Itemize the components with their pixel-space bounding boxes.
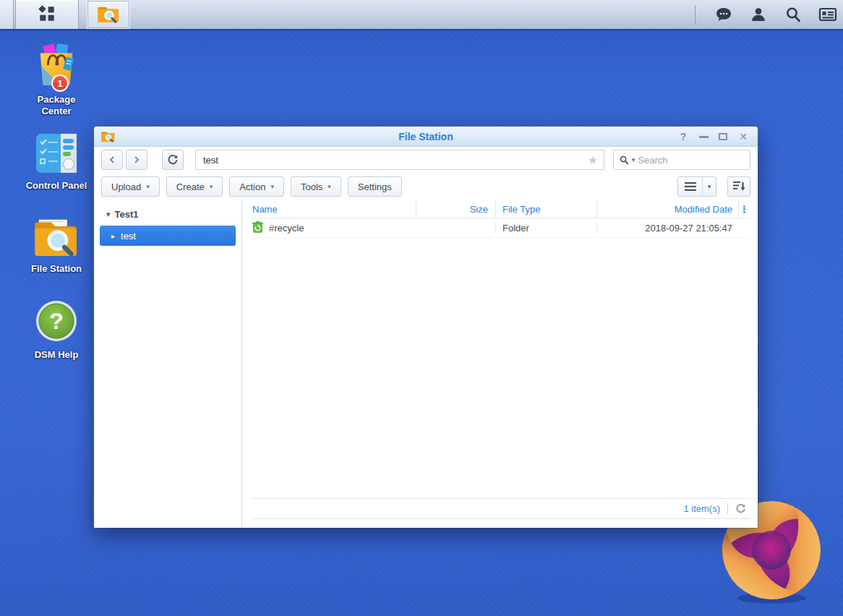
status-bar: 1 item(s)	[251, 498, 750, 519]
file-list-empty-area[interactable]	[251, 239, 750, 498]
file-list-panel: Name Size File Type Modified Date ⋮ #rec…	[242, 200, 758, 528]
search-input[interactable]	[638, 155, 744, 166]
item-count: 1 item(s)	[683, 503, 720, 514]
dsm-help-icon: ?	[35, 300, 77, 344]
desktop-icon-file-station[interactable]: File Station	[14, 217, 98, 275]
caret-down-icon: ▾	[146, 184, 150, 190]
file-list-header: Name Size File Type Modified Date ⋮	[251, 200, 750, 218]
list-view-icon	[685, 182, 696, 191]
minimize-icon[interactable]	[699, 136, 709, 138]
refresh-icon	[167, 154, 179, 166]
taskbar	[0, 0, 843, 29]
package-center-badge: 1	[51, 74, 69, 92]
tree-collapsed-icon: ▸	[111, 232, 115, 240]
taskbar-tray	[695, 0, 837, 29]
search-icon	[620, 155, 629, 166]
file-station-icon	[101, 130, 115, 142]
caret-down-icon: ▾	[210, 184, 213, 190]
window-controls: ? ✕	[677, 127, 749, 147]
desktop-icon-label: Package Center	[23, 94, 90, 117]
tree-expanded-icon: ▾	[106, 210, 111, 219]
status-refresh-button[interactable]	[735, 503, 746, 514]
upload-button[interactable]: Upload ▾	[101, 176, 160, 197]
file-station-window: File Station ? ✕ ★ ▾ Upload ▾	[94, 127, 758, 528]
column-header-modified-date[interactable]: Modified Date	[596, 200, 738, 218]
maximize-icon[interactable]	[719, 133, 727, 140]
create-button[interactable]: Create ▾	[166, 176, 223, 197]
column-header-size[interactable]: Size	[416, 200, 495, 218]
column-menu-icon[interactable]: ⋮	[738, 200, 750, 218]
tray-separator	[695, 5, 696, 24]
tools-button[interactable]: Tools ▾	[291, 176, 341, 197]
settings-button[interactable]: Settings	[348, 176, 402, 197]
path-input[interactable]	[196, 155, 582, 166]
address-bar: ★	[195, 150, 604, 170]
view-mode-split-button: ▾	[677, 176, 716, 197]
caret-down-icon: ▾	[708, 184, 711, 190]
sort-icon	[733, 181, 745, 192]
refresh-button[interactable]	[162, 150, 184, 170]
help-icon[interactable]: ?	[677, 127, 689, 147]
close-icon[interactable]: ✕	[737, 127, 749, 147]
back-button[interactable]	[101, 150, 123, 170]
status-separator	[727, 503, 728, 514]
desktop-icon-label: File Station	[31, 263, 82, 275]
file-row-recycle[interactable]: #recycle Folder 2018-09-27 21:05:47	[251, 218, 750, 239]
list-view-button[interactable]	[678, 177, 702, 196]
bookmark-star-icon[interactable]: ★	[582, 153, 604, 167]
file-station-icon	[35, 217, 78, 258]
main-menu-icon	[38, 4, 56, 25]
desktop-icon-label: DSM Help	[35, 349, 79, 361]
tree-item-test-selected[interactable]: ▸ test	[100, 226, 236, 246]
window-title: File Station	[94, 131, 758, 142]
folder-tree-sidebar: ▾ Test1 ▸ test	[94, 200, 242, 528]
window-body: ▾ Test1 ▸ test Name Size File Type Modif…	[94, 200, 758, 528]
navigation-bar: ★ ▾	[94, 147, 758, 173]
chevron-left-icon	[108, 155, 116, 164]
forward-button[interactable]	[126, 150, 147, 170]
recycle-folder-icon	[252, 221, 263, 235]
taskbar-file-station-button[interactable]	[87, 0, 130, 29]
chevron-right-icon	[133, 155, 140, 164]
file-name: #recycle	[269, 223, 304, 234]
caret-down-icon: ▾	[328, 184, 331, 190]
column-header-name[interactable]: Name	[251, 200, 416, 218]
main-menu-button[interactable]	[15, 0, 79, 29]
file-modified-date: 2018-09-27 21:05:47	[596, 223, 738, 234]
taskbar-underline	[0, 29, 843, 31]
refresh-icon	[735, 503, 746, 514]
action-button[interactable]: Action ▾	[229, 176, 284, 197]
chat-icon[interactable]	[714, 5, 733, 24]
desktop-icon-control-panel[interactable]: Control Panel	[14, 134, 98, 192]
resource-monitor-icon[interactable]	[818, 5, 837, 24]
desktop-icon-package-center[interactable]: 1 Package Center	[14, 42, 98, 117]
search-icon[interactable]	[784, 5, 803, 24]
sort-button[interactable]	[727, 176, 750, 197]
desktop-icon-label: Control Panel	[26, 180, 87, 192]
file-station-icon	[98, 4, 119, 25]
user-icon[interactable]	[749, 5, 768, 24]
search-options-caret-icon[interactable]: ▾	[632, 157, 636, 163]
titlebar[interactable]: File Station ? ✕	[94, 127, 758, 147]
search-box: ▾	[613, 150, 750, 170]
show-desktop-strip[interactable]	[0, 0, 14, 29]
column-header-file-type[interactable]: File Type	[495, 200, 596, 218]
tree-root-test1[interactable]: ▾ Test1	[94, 205, 241, 223]
control-panel-icon	[36, 134, 77, 175]
caret-down-icon: ▾	[270, 184, 274, 190]
view-mode-caret-button[interactable]: ▾	[702, 177, 716, 196]
toolbar: Upload ▾ Create ▾ Action ▾ Tools ▾ Setti…	[94, 173, 758, 200]
desktop-icon-dsm-help[interactable]: ? DSM Help	[14, 300, 98, 361]
svg-text:?: ?	[49, 308, 64, 334]
file-type: Folder	[495, 223, 596, 234]
